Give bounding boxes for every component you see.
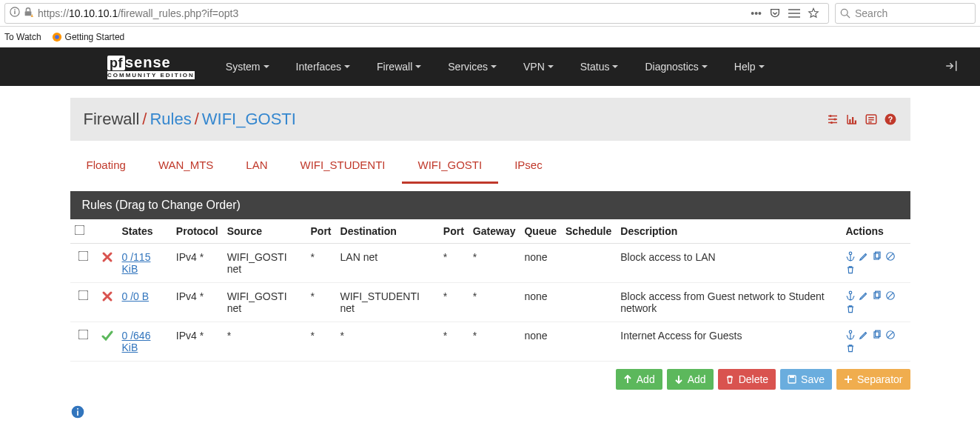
add-top-button[interactable]: Add	[616, 369, 662, 390]
interface-tabs: Floating WAN_MTS LAN WIFI_STUDENTI WIFI_…	[70, 148, 910, 184]
states-link[interactable]: 0 /646 KiB	[122, 330, 151, 353]
tab-lan[interactable]: LAN	[229, 148, 283, 184]
anchor-icon[interactable]	[845, 290, 856, 301]
col-dest-port: Port	[439, 219, 469, 244]
add-bottom-button[interactable]: Add	[667, 369, 714, 390]
breadcrumb: Firewall / Rules / WIFI_GOSTI ?	[70, 98, 910, 141]
breadcrumb-rules[interactable]: Rules	[150, 110, 191, 129]
help-icon[interactable]: ?	[884, 113, 897, 126]
svg-rect-16	[852, 117, 853, 124]
disable-icon[interactable]	[885, 251, 896, 262]
svg-line-9	[847, 15, 850, 18]
copy-icon[interactable]	[872, 290, 882, 301]
cell-protocol: IPv4 *	[172, 283, 223, 322]
delete-button[interactable]: Delete	[718, 369, 776, 390]
breadcrumb-interface[interactable]: WIFI_GOSTI	[202, 110, 296, 129]
row-checkbox[interactable]	[78, 330, 89, 340]
copy-icon[interactable]	[872, 251, 882, 262]
svg-rect-39	[77, 410, 78, 416]
table-row[interactable]: 0 /0 B IPv4 * WIFI_GOSTI net * WIFI_STUD…	[70, 283, 910, 322]
disable-icon[interactable]	[885, 330, 896, 340]
info-icon[interactable]	[70, 405, 910, 422]
star-icon[interactable]	[808, 7, 819, 19]
url-host: 10.10.10.1	[69, 7, 118, 19]
svg-point-8	[841, 9, 848, 16]
pocket-icon[interactable]	[769, 7, 781, 19]
url-input[interactable]: https:// 10.10.10.1 /firewall_rules.php?…	[4, 3, 829, 24]
tab-wifi-gosti[interactable]: WIFI_GOSTI	[402, 148, 499, 184]
cell-schedule	[561, 283, 616, 322]
bookmark-getting-started[interactable]: Getting Started	[52, 32, 125, 42]
ellipsis-icon[interactable]: •••	[751, 7, 762, 19]
svg-line-30	[887, 293, 893, 299]
nav-diagnostics[interactable]: Diagnostics	[631, 55, 720, 79]
nav-help[interactable]: Help	[721, 55, 778, 79]
nav-status[interactable]: Status	[567, 55, 632, 79]
row-checkbox[interactable]	[78, 251, 89, 262]
url-right-icons: •••	[751, 7, 824, 19]
col-source-port: Port	[306, 219, 336, 244]
disable-icon[interactable]	[885, 290, 896, 301]
cell-schedule	[561, 244, 616, 283]
logout-icon[interactable]	[944, 59, 958, 75]
breadcrumb-root: Firewall	[84, 110, 140, 129]
reader-icon[interactable]	[788, 8, 800, 19]
row-actions	[845, 290, 905, 314]
bookmarks-bar: To Watch Getting Started	[0, 27, 980, 47]
tab-wifi-studenti[interactable]: WIFI_STUDENTI	[284, 148, 402, 184]
anchor-icon[interactable]	[845, 330, 856, 340]
nav-services[interactable]: Services	[434, 55, 510, 79]
nav-firewall[interactable]: Firewall	[363, 55, 434, 79]
bookmark-to-watch[interactable]: To Watch	[4, 32, 41, 42]
tab-floating[interactable]: Floating	[70, 148, 142, 184]
cell-schedule	[561, 322, 616, 362]
chart-icon[interactable]	[845, 113, 859, 126]
cell-protocol: IPv4 *	[172, 322, 223, 362]
separator-button[interactable]: Separator	[836, 369, 910, 390]
search-icon	[840, 8, 850, 19]
states-link[interactable]: 0 /115 KiB	[122, 251, 151, 275]
states-link[interactable]: 0 /0 B	[122, 290, 150, 302]
firefox-icon	[52, 32, 62, 42]
nav-system[interactable]: System	[212, 55, 283, 79]
svg-rect-6	[788, 13, 800, 14]
cell-source-port: *	[306, 244, 336, 283]
col-source: Source	[223, 219, 306, 244]
trash-icon[interactable]	[845, 304, 856, 314]
row-actions	[845, 330, 905, 353]
row-checkbox[interactable]	[78, 290, 89, 301]
svg-text:?: ?	[887, 115, 892, 124]
cell-gateway: *	[469, 322, 520, 362]
anchor-icon[interactable]	[845, 251, 856, 262]
trash-icon[interactable]	[845, 264, 856, 275]
lock-warning-icon	[23, 7, 33, 19]
select-all-checkbox[interactable]	[74, 225, 84, 236]
nav-vpn[interactable]: VPN	[510, 55, 567, 79]
cell-dest-port: *	[439, 244, 469, 283]
breadcrumb-actions: ?	[826, 113, 897, 126]
log-icon[interactable]	[865, 113, 878, 126]
cell-destination: *	[336, 322, 439, 362]
trash-icon[interactable]	[845, 343, 856, 353]
nav-interfaces[interactable]: Interfaces	[283, 55, 363, 79]
arrow-up-icon	[623, 375, 632, 384]
cell-gateway: *	[469, 283, 520, 322]
tab-wan[interactable]: WAN_MTS	[142, 148, 229, 184]
pencil-icon[interactable]	[859, 290, 869, 301]
cell-source-port: *	[306, 322, 336, 362]
svg-line-25	[887, 253, 893, 259]
table-row[interactable]: 0 /646 KiB IPv4 * * * * * * none Interne…	[70, 322, 910, 362]
tab-ipsec[interactable]: IPsec	[498, 148, 559, 184]
sliders-icon[interactable]	[826, 113, 839, 126]
pencil-icon[interactable]	[859, 330, 869, 340]
table-row[interactable]: 0 /115 KiB IPv4 * WIFI_GOSTI net * LAN n…	[70, 244, 910, 283]
svg-rect-3	[25, 11, 32, 16]
pfsense-logo[interactable]: pfsense COMMUNITY EDITION	[107, 54, 195, 79]
cell-description: Internet Access for Guests	[616, 322, 841, 362]
cell-source: *	[223, 322, 306, 362]
pencil-icon[interactable]	[859, 251, 869, 262]
save-button[interactable]: Save	[780, 369, 832, 390]
svg-rect-17	[854, 121, 856, 124]
copy-icon[interactable]	[872, 330, 882, 340]
browser-search[interactable]: Search	[835, 3, 976, 24]
